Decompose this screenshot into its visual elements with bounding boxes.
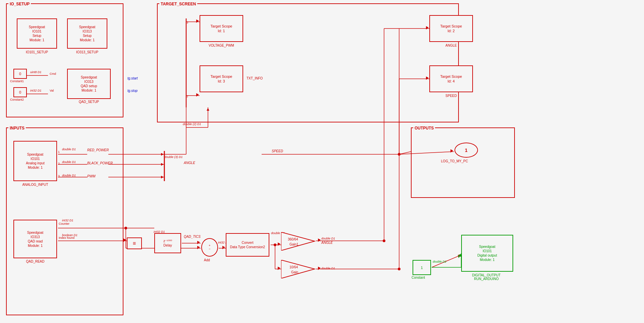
- tg-start-label: tg.start: [127, 76, 138, 80]
- int32-d1-delay-label: int32 D1: [154, 230, 165, 233]
- boolean-d1-label: boolean D1: [62, 233, 77, 237]
- cmd-label: Cmd: [50, 72, 56, 75]
- svg-marker-20: [161, 176, 164, 178]
- io313-setup-block[interactable]: Speedgoat IO313 Setup Module: 1: [67, 18, 107, 49]
- target-screen-label: TARGET_SCREEN: [159, 2, 197, 6]
- port3-label: 3: [186, 21, 188, 24]
- double3-d1-label: double (3) D1: [164, 155, 183, 159]
- log-to-my-pc-label: LOG_TO_MY_PC: [429, 159, 480, 163]
- convert-block[interactable]: ConvertData Type Conversion2: [226, 233, 269, 257]
- counter-label: Counter: [59, 222, 69, 225]
- qad-tics-label: QAD_TICS: [184, 235, 201, 238]
- inputs-label: INPUTS: [8, 126, 26, 130]
- svg-text:Gain1: Gain1: [289, 243, 299, 246]
- digital-output-block[interactable]: SpeedgoatIO101Digital outputModule: 1: [461, 235, 513, 272]
- svg-text:10/64: 10/64: [289, 265, 298, 269]
- target-scope4-block[interactable]: Target Scope Id: 4: [429, 65, 473, 92]
- target-scope3-label: TXT_INFO: [247, 76, 263, 80]
- svg-marker-67: [281, 232, 315, 251]
- digital-output-label: DIGITAL_OUTPUTRUN_ARDUINO: [453, 273, 520, 281]
- target-scope1-label: VOLTAGE_PWM: [200, 44, 243, 47]
- svg-point-51: [274, 244, 276, 246]
- io313-setup-label: IO313_SETUP: [67, 50, 107, 54]
- port2-label: 2: [186, 95, 188, 98]
- port3-analog: 3: [58, 174, 60, 178]
- int32-d1-val-label: int32 D1: [30, 89, 42, 92]
- svg-point-36: [398, 268, 400, 270]
- svg-point-33: [383, 239, 385, 242]
- svg-marker-48: [222, 246, 225, 249]
- target-scope1-block[interactable]: Target Scope Id: 1: [200, 15, 243, 42]
- qad-read-block[interactable]: Speedgoat IO313 QAD read Module: 1: [13, 220, 57, 258]
- outputs-label: OUTPUTS: [413, 126, 435, 130]
- double2-d1-label: double (2) D1: [183, 122, 201, 126]
- io101-setup-block[interactable]: Speedgoat IO101 Setup Module: 1: [17, 18, 57, 49]
- gain-svg: 10/64 Gain: [281, 260, 317, 278]
- speed-right-label: SPEED: [272, 149, 283, 153]
- io-setup-label: IO_SETUP: [8, 2, 31, 6]
- svg-marker-58: [318, 267, 321, 270]
- qad-setup-block[interactable]: Speedgoat IO313 QAD setup Module: 1: [67, 69, 111, 99]
- constant-green-block[interactable]: 1: [413, 260, 431, 275]
- target-scope4-label: SPEED: [429, 94, 473, 98]
- svg-marker-70: [281, 260, 315, 278]
- gain1-svg: 360/64 Gain1: [281, 232, 317, 251]
- svg-line-66: [399, 152, 411, 154]
- uint8-d1-label: uint8 D1: [30, 70, 42, 74]
- svg-marker-19: [161, 163, 164, 166]
- angle-mid-label: ANGLE: [184, 161, 195, 165]
- svg-text:Gain: Gain: [291, 270, 298, 274]
- svg-marker-18: [161, 153, 164, 156]
- red-power-label: RED_POWER: [87, 148, 109, 152]
- svg-text:360/64: 360/64: [288, 237, 298, 241]
- val-label: Val: [50, 89, 54, 92]
- tg-stop-label: tg.stop: [127, 89, 138, 93]
- constant-green-label: Constant: [412, 276, 425, 279]
- svg-marker-44: [197, 246, 200, 249]
- port1-analog: 1: [58, 150, 60, 154]
- terminator-block[interactable]: ≡: [127, 237, 142, 249]
- double-d1-black: double D1: [62, 160, 76, 164]
- target-scope2-label: ANGLE: [429, 44, 473, 47]
- svg-marker-54: [278, 267, 280, 270]
- add-block[interactable]: +−: [201, 238, 218, 257]
- svg-marker-41: [123, 238, 126, 242]
- target-scope3-block[interactable]: Target Scope Id: 3: [200, 65, 243, 92]
- io101-setup-label: IO101_SETUP: [17, 50, 57, 54]
- target-scope2-block[interactable]: Target Scope Id: 2: [429, 15, 473, 42]
- svg-marker-56: [318, 238, 321, 242]
- svg-marker-46: [197, 241, 200, 244]
- int32-d1-counter-label: int32 D1: [62, 219, 73, 222]
- svg-point-29: [398, 153, 400, 156]
- analog-input-block[interactable]: Speedgoat IO101 Analog input Module: 1: [13, 141, 57, 181]
- double-d1-gain1-out: double D1: [321, 237, 335, 240]
- double-d2-label: double D2: [433, 260, 446, 263]
- log-to-my-pc-block[interactable]: 1: [454, 143, 478, 158]
- qad-setup-label: QAD_SETUP: [67, 100, 111, 104]
- double-d1-pwm: double D1: [62, 174, 76, 177]
- analog-input-label: ANALOG_INPUT: [13, 183, 57, 186]
- constant1-block[interactable]: 0: [13, 69, 27, 79]
- pwm-label: PWM: [87, 174, 95, 178]
- angle-out-label: ANGLE: [321, 241, 333, 245]
- qad-read-label: QAD_READ: [13, 260, 57, 263]
- port9-label: 9: [458, 254, 460, 257]
- double-d1-gain-out: double D1: [321, 267, 335, 270]
- double-d1-red: double D1: [62, 148, 76, 151]
- delay-block[interactable]: z⁻¹⁰⁰⁰Delay: [154, 233, 181, 253]
- constant2-label: Constant2: [10, 98, 24, 101]
- add-label: Add: [204, 258, 210, 262]
- svg-marker-50: [278, 243, 280, 246]
- constant1-label: Constant1: [10, 79, 24, 83]
- black-power-label: BLACK_POWER: [87, 161, 113, 165]
- diagram-area: IO_SETUP Speedgoat IO101 Setup Module: 1…: [0, 0, 644, 323]
- constant2-block[interactable]: 0: [13, 87, 27, 97]
- port2-analog: 2: [58, 162, 60, 165]
- svg-point-38: [124, 227, 127, 229]
